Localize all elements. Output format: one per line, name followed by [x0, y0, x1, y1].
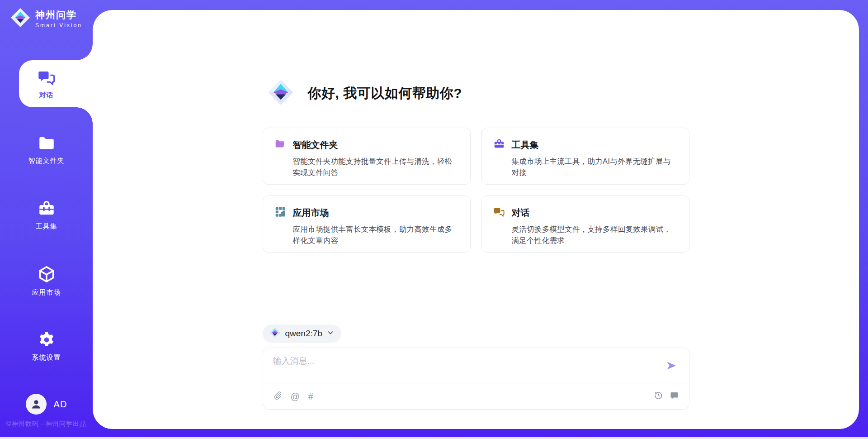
card-app-market[interactable]: 应用市场 应用市场提供丰富长文本模板，助力高效生成多样化文章内容 — [263, 196, 471, 253]
card-description: 智能文件夹功能支持批量文件上传与清洗，轻松实现文件问答 — [293, 156, 459, 178]
sidebar-item-app-market[interactable]: 应用市场 — [0, 257, 93, 304]
bottom-scrollbar-track[interactable] — [0, 437, 868, 439]
apps-icon — [274, 206, 286, 220]
message-icon[interactable] — [670, 391, 679, 402]
model-name: qwen2:7b — [285, 329, 322, 339]
hashtag-icon[interactable]: # — [308, 392, 313, 401]
chat-icon — [37, 68, 56, 87]
toolbox-icon — [493, 138, 505, 152]
card-toolset[interactable]: 工具集 集成市场上主流工具，助力AI与外界无缝扩展与对接 — [481, 128, 689, 185]
history-icon[interactable] — [654, 391, 663, 402]
user-initials: AD — [54, 399, 67, 410]
send-icon[interactable] — [665, 360, 677, 373]
card-description: 集成市场上主流工具，助力AI与外界无缝扩展与对接 — [512, 156, 678, 178]
main-panel: 你好, 我可以如何帮助你? 智能文件夹 智能文件夹功能支持批量文件上传与清洗，轻… — [93, 10, 859, 429]
card-description: 应用市场提供丰富长文本模板，助力高效生成多样化文章内容 — [293, 224, 459, 246]
message-input-box: @ # — [263, 348, 689, 410]
sidebar-item-chat[interactable]: 对话 — [0, 60, 93, 107]
greeting: 你好, 我可以如何帮助你? — [263, 79, 689, 108]
sidebar-item-label: 对话 — [39, 91, 54, 100]
card-smart-folder[interactable]: 智能文件夹 智能文件夹功能支持批量文件上传与清洗，轻松实现文件问答 — [263, 128, 471, 185]
model-selector[interactable]: qwen2:7b — [263, 324, 341, 343]
sidebar-item-settings[interactable]: 系统设置 — [0, 323, 93, 370]
sidebar: 神州问学 Smart Vision 对话 智能文件夹 — [0, 0, 93, 439]
app-window: 神州问学 Smart Vision 对话 智能文件夹 — [0, 0, 868, 439]
chevron-down-icon — [327, 329, 334, 338]
card-title: 对话 — [512, 207, 530, 219]
card-title: 工具集 — [512, 139, 539, 151]
mention-icon[interactable]: @ — [291, 392, 300, 401]
toolbox-icon — [37, 199, 56, 218]
card-title: 应用市场 — [293, 207, 329, 219]
greeting-diamond-icon — [267, 79, 294, 108]
folder-icon — [274, 138, 286, 152]
cube-icon — [37, 264, 57, 284]
sidebar-item-label: 系统设置 — [32, 353, 61, 362]
attachment-icon[interactable] — [273, 391, 282, 402]
card-description: 灵活切换多模型文件，支持多样回复效果调试，满足个性化需求 — [512, 224, 678, 246]
brand-logo: 神州问学 Smart Vision — [10, 7, 82, 30]
composer: qwen2:7b — [263, 324, 689, 410]
brand-subtitle: Smart Vision — [35, 22, 82, 29]
sidebar-item-label: 应用市场 — [32, 288, 61, 297]
folder-icon — [37, 134, 56, 153]
chat-icon — [493, 206, 505, 220]
sidebar-item-smart-folder[interactable]: 智能文件夹 — [0, 126, 93, 173]
model-diamond-icon — [269, 327, 281, 340]
avatar — [26, 394, 47, 415]
user-profile[interactable]: AD — [0, 392, 93, 416]
sidebar-item-label: 智能文件夹 — [28, 157, 65, 165]
feature-cards: 智能文件夹 智能文件夹功能支持批量文件上传与清洗，轻松实现文件问答 — [263, 128, 689, 253]
sidebar-item-toolset[interactable]: 工具集 — [0, 191, 93, 239]
greeting-title: 你好, 我可以如何帮助你? — [308, 84, 462, 103]
brand-diamond-icon — [10, 7, 31, 30]
brand-name: 神州问学 — [35, 9, 82, 21]
message-input[interactable] — [273, 355, 653, 381]
card-title: 智能文件夹 — [293, 139, 338, 151]
sidebar-item-label: 工具集 — [36, 222, 57, 231]
gear-icon — [37, 330, 56, 349]
copyright-text: ©神州数码 · 神州问学出品 — [0, 420, 93, 428]
card-chat[interactable]: 对话 灵活切换多模型文件，支持多样回复效果调试，满足个性化需求 — [481, 196, 689, 253]
